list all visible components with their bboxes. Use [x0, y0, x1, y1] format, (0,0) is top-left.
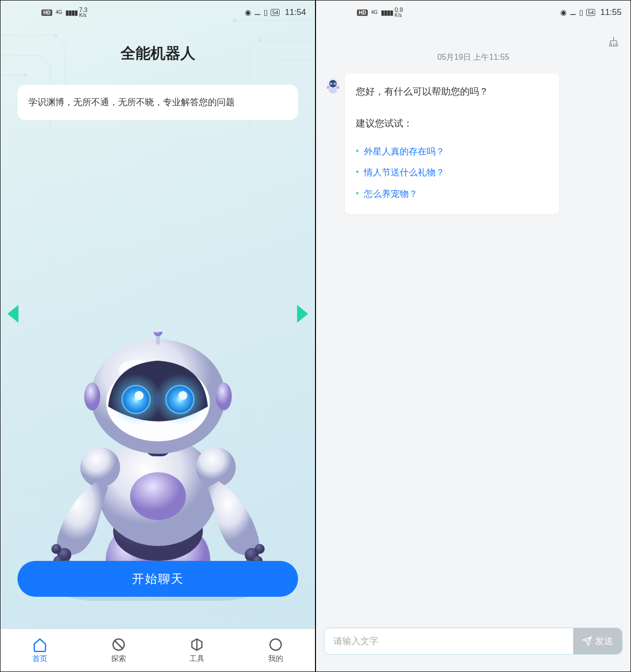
svg-point-17 [255, 544, 265, 554]
signal-icon: ▮▮▮▮ [381, 8, 393, 16]
tab-label: 工具 [189, 654, 204, 664]
clock: 11:55 [600, 7, 622, 17]
chat-timestamp: 05月19日 上午11:55 [316, 24, 631, 74]
svg-point-33 [216, 383, 232, 410]
home-screen: HD 4G ▮▮▮▮ 7.3 K/s ◉ ⚊ ▯ 54 11:54 全能机器人 … [0, 0, 316, 672]
send-button[interactable]: 发送 [573, 628, 622, 654]
vibrate-icon: ▯ [579, 8, 583, 17]
suggestion-item[interactable]: 怎么养宠物？ [356, 183, 548, 205]
svg-point-43 [326, 86, 329, 89]
ai-avatar [324, 76, 342, 94]
battery-badge: 54 [271, 9, 280, 16]
speed-indicator: 7.3 K/s [79, 7, 88, 18]
svg-point-32 [84, 383, 100, 410]
battery-badge: 54 [586, 9, 595, 16]
broom-icon [607, 34, 621, 48]
tab-profile[interactable]: 我的 [268, 637, 283, 664]
tab-tools[interactable]: 工具 [189, 637, 204, 664]
svg-point-35 [154, 332, 162, 336]
home-icon [32, 637, 47, 652]
eye-icon: ◉ [245, 8, 251, 17]
ai-chat-bubble: 您好，有什么可以帮助您的吗？ 建议您试试： 外星人真的存在吗？ 情人节送什么礼物… [345, 74, 559, 214]
svg-point-41 [333, 82, 336, 85]
signal-icon: ▮▮▮▮ [65, 8, 77, 16]
chat-input[interactable] [333, 636, 573, 647]
eye-icon: ◉ [560, 8, 567, 17]
svg-point-10 [80, 447, 120, 487]
svg-point-44 [336, 86, 339, 89]
svg-point-11 [196, 447, 236, 487]
ai-message-row: 您好，有什么可以帮助您的吗？ 建议您试试： 外星人真的存在吗？ 情人节送什么礼物… [316, 74, 631, 214]
status-bar: HD 4G ▮▮▮▮ 0.9 K/s ◉ ⚊ ▯ 54 11:55 [316, 0, 631, 24]
bluetooth-icon: ⚊ [254, 8, 261, 17]
carousel-prev-button[interactable] [7, 305, 18, 323]
hd-badge: HD [41, 9, 52, 16]
explore-icon [111, 637, 126, 652]
clock: 11:54 [285, 7, 306, 17]
status-bar: HD 4G ▮▮▮▮ 7.3 K/s ◉ ⚊ ▯ 54 11:54 [0, 0, 315, 24]
svg-point-40 [330, 82, 332, 85]
svg-point-9 [130, 472, 186, 520]
tab-explore[interactable]: 探索 [111, 637, 126, 664]
profile-icon [268, 637, 283, 652]
hd-badge: HD [357, 9, 368, 16]
send-label: 发送 [595, 635, 613, 647]
tab-label: 首页 [32, 654, 47, 664]
suggestion-item[interactable]: 外星人真的存在吗？ [356, 141, 548, 162]
chat-screen: HD 4G ▮▮▮▮ 0.9 K/s ◉ ⚊ ▯ 54 11:55 05月19日… [316, 0, 631, 672]
robot-illustration [38, 332, 278, 601]
vibrate-icon: ▯ [264, 8, 268, 17]
send-icon [582, 636, 592, 646]
clear-chat-button[interactable] [607, 34, 621, 48]
tab-home[interactable]: 首页 [32, 637, 47, 664]
chat-input-box: 发送 [324, 628, 623, 655]
chat-input-bar: 发送 [316, 621, 631, 672]
tab-label: 探索 [111, 654, 126, 664]
suggestions-title: 建议您试试： [356, 116, 548, 132]
suggestion-item[interactable]: 情人节送什么礼物？ [356, 162, 548, 183]
speed-indicator: 0.9 K/s [395, 7, 403, 18]
greeting-text: 您好，有什么可以帮助您的吗？ [356, 84, 548, 100]
start-chat-button[interactable]: 开始聊天 [17, 561, 298, 597]
tools-icon [189, 637, 204, 652]
svg-point-29 [178, 391, 187, 400]
svg-point-13 [51, 544, 61, 554]
network-badge: 4G [371, 10, 377, 15]
svg-point-28 [135, 391, 144, 400]
carousel-next-button[interactable] [297, 305, 308, 323]
tab-bar: 首页 探索 工具 我的 [0, 629, 315, 672]
tab-label: 我的 [268, 654, 283, 664]
intro-bubble: 学识渊博，无所不通，无所不晓，专业解答您的问题 [17, 85, 298, 120]
page-title: 全能机器人 [0, 24, 315, 76]
svg-point-37 [270, 639, 282, 651]
network-badge: 4G [55, 10, 62, 15]
bluetooth-icon: ⚊ [570, 8, 576, 17]
svg-point-42 [329, 88, 337, 94]
robot-carousel [0, 120, 315, 561]
